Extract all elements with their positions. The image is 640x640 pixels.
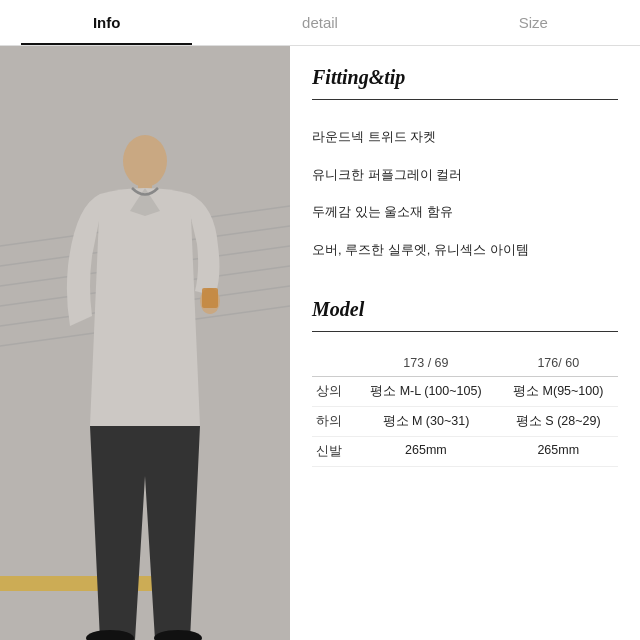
table-row: 하의 평소 M (30~31) 평소 S (28~29) — [312, 407, 618, 437]
tab-bar: Info detail Size — [0, 0, 640, 46]
fitting-list: 라운드넥 트위드 자켓 유니크한 퍼플그레이 컬러 두께감 있는 울소재 함유 … — [312, 118, 618, 268]
svg-point-9 — [123, 135, 167, 187]
tab-detail[interactable]: detail — [213, 0, 426, 45]
row-label-top: 상의 — [312, 377, 353, 407]
list-item: 라운드넥 트위드 자켓 — [312, 118, 618, 156]
table-header-row: 173 / 69 176/ 60 — [312, 350, 618, 377]
list-item: 두께감 있는 울소재 함유 — [312, 193, 618, 231]
row-label-bottom: 하의 — [312, 407, 353, 437]
row-col2-top: 평소 M(95~100) — [498, 377, 618, 407]
col-size2-header: 176/ 60 — [498, 350, 618, 377]
list-item: 유니크한 퍼플그레이 컬러 — [312, 156, 618, 194]
fitting-divider — [312, 99, 618, 100]
product-image — [0, 46, 290, 640]
col-label-header — [312, 350, 353, 377]
row-col1-shoes: 265mm — [353, 437, 498, 467]
info-section: Fitting&tip 라운드넥 트위드 자켓 유니크한 퍼플그레이 컬러 두께… — [290, 46, 640, 640]
model-divider — [312, 331, 618, 332]
row-col1-top: 평소 M-L (100~105) — [353, 377, 498, 407]
row-col1-bottom: 평소 M (30~31) — [353, 407, 498, 437]
model-title: Model — [312, 298, 618, 321]
model-section: Model 173 / 69 176/ 60 상의 평소 M-L (100~10… — [312, 298, 618, 467]
main-content: Fitting&tip 라운드넥 트위드 자켓 유니크한 퍼플그레이 컬러 두께… — [0, 46, 640, 640]
row-col2-bottom: 평소 S (28~29) — [498, 407, 618, 437]
model-table: 173 / 69 176/ 60 상의 평소 M-L (100~105) 평소 … — [312, 350, 618, 467]
fitting-title: Fitting&tip — [312, 66, 618, 89]
row-label-shoes: 신발 — [312, 437, 353, 467]
tab-info[interactable]: Info — [0, 0, 213, 45]
table-row: 신발 265mm 265mm — [312, 437, 618, 467]
tab-size[interactable]: Size — [427, 0, 640, 45]
list-item: 오버, 루즈한 실루엣, 유니섹스 아이템 — [312, 231, 618, 269]
svg-rect-12 — [202, 288, 218, 308]
col-size1-header: 173 / 69 — [353, 350, 498, 377]
row-col2-shoes: 265mm — [498, 437, 618, 467]
fitting-section: Fitting&tip 라운드넥 트위드 자켓 유니크한 퍼플그레이 컬러 두께… — [312, 66, 618, 268]
table-row: 상의 평소 M-L (100~105) 평소 M(95~100) — [312, 377, 618, 407]
